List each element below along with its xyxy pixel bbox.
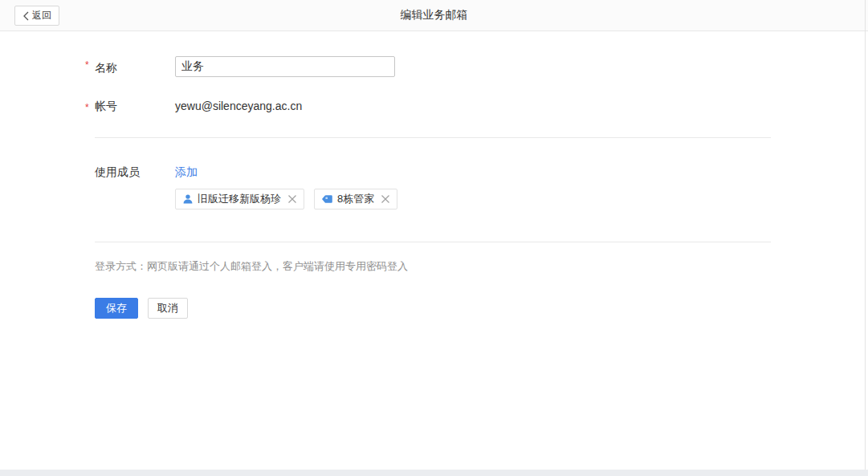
- member-tag: 8栋管家: [314, 189, 397, 210]
- required-asterisk: *: [85, 58, 89, 72]
- page-title: 编辑业务邮箱: [401, 8, 468, 22]
- back-button[interactable]: 返回: [14, 6, 59, 26]
- action-buttons: 保存 取消: [95, 298, 868, 319]
- member-tags: 旧版迁移新版杨珍 8栋管家: [175, 189, 868, 210]
- add-member-link[interactable]: 添加: [175, 165, 198, 179]
- name-label-cell: * 名称: [95, 56, 175, 75]
- account-label-cell: * 帐号: [95, 99, 175, 113]
- save-button[interactable]: 保存: [95, 298, 138, 319]
- close-icon[interactable]: [381, 194, 390, 204]
- user-icon: [182, 193, 194, 205]
- member-tag-label: 旧版迁移新版杨珍: [198, 192, 281, 206]
- form-content: * 名称 * 帐号 yewu@silenceyang.ac.cn 使用成员 添加: [0, 31, 868, 319]
- close-icon[interactable]: [287, 194, 297, 204]
- member-tag-label: 8栋管家: [337, 192, 374, 206]
- account-label: 帐号: [95, 100, 117, 112]
- chevron-left-icon: [22, 11, 30, 21]
- account-row: * 帐号 yewu@silenceyang.ac.cn: [95, 99, 868, 113]
- members-row: 使用成员 添加 旧版迁移新版杨珍: [95, 165, 868, 210]
- viewport-bottom-strip: [0, 470, 868, 476]
- members-label-cell: 使用成员: [95, 165, 175, 179]
- members-label: 使用成员: [95, 165, 140, 178]
- name-row: * 名称: [95, 56, 868, 77]
- back-button-label: 返回: [32, 9, 51, 22]
- page-header: 返回 编辑业务邮箱: [0, 0, 868, 31]
- section-divider: [95, 242, 771, 242]
- viewport-right-edge: [865, 0, 866, 470]
- edit-business-mailbox-screen: 返回 编辑业务邮箱 * 名称 * 帐号 yewu@silenceyang.ac.…: [0, 0, 868, 476]
- account-value: yewu@silenceyang.ac.cn: [175, 99, 868, 113]
- name-input[interactable]: [175, 56, 395, 77]
- required-asterisk: *: [85, 100, 89, 115]
- login-note: 登录方式：网页版请通过个人邮箱登入，客户端请使用专用密码登入: [95, 259, 868, 274]
- section-divider: [95, 137, 771, 138]
- member-tag: 旧版迁移新版杨珍: [175, 189, 304, 210]
- cancel-button[interactable]: 取消: [148, 298, 188, 319]
- tag-icon: [321, 193, 333, 205]
- name-label: 名称: [95, 61, 117, 74]
